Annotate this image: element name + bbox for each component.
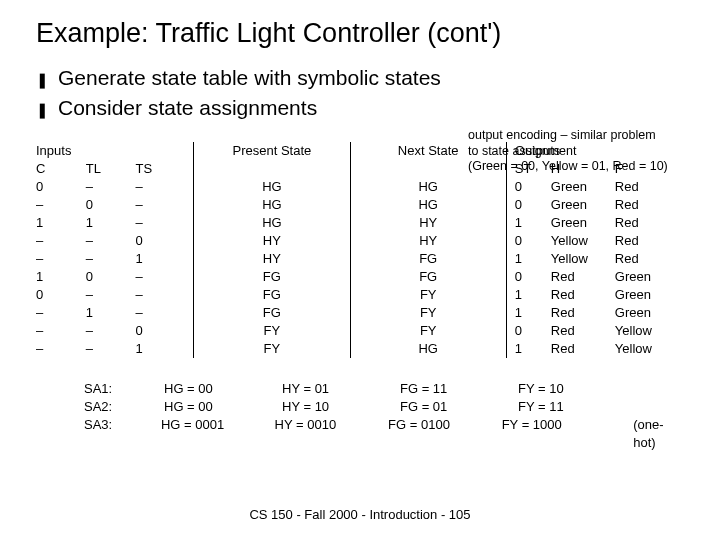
assignment-note: (one-hot) <box>615 416 684 434</box>
cell-st: 1 <box>515 340 551 358</box>
table-row: HG <box>202 196 341 214</box>
present-rows: HGHGHGHYHYFGFGFGFYFY <box>202 178 341 358</box>
cell-h: Red <box>551 340 615 358</box>
cell-tl: – <box>86 250 136 268</box>
cell-h: Green <box>551 214 615 232</box>
cell-h: Green <box>551 178 615 196</box>
table-row: FY <box>202 322 341 340</box>
assignment-row: SA2:HG = 00HY = 10FG = 01FY = 11 <box>36 398 684 416</box>
assignment-note <box>636 380 684 398</box>
cell-present-state: FG <box>202 268 341 286</box>
cell-st: 1 <box>515 304 551 322</box>
note-line: to state assignment <box>468 144 678 160</box>
cell-f: Yellow <box>615 322 679 340</box>
assignment-fy: FY = 10 <box>518 380 636 398</box>
col-inputs: Inputs C TL TS 0–––0–11–––0––110–0–––1––… <box>36 142 185 358</box>
spacer <box>202 160 341 178</box>
assignment-fg: FG = 01 <box>400 398 518 416</box>
hdr-tl: TL <box>86 160 136 178</box>
cell-next-state: HG <box>359 340 498 358</box>
divider <box>193 142 194 358</box>
cell-f: Green <box>615 286 679 304</box>
cell-c: – <box>36 250 86 268</box>
bullet-icon: ❚ <box>36 99 58 121</box>
cell-f: Red <box>615 232 679 250</box>
table-row: –1– <box>36 304 185 322</box>
table-row: 1RedGreen <box>515 304 684 322</box>
bullet-list: ❚ Generate state table with symbolic sta… <box>36 63 684 124</box>
cell-c: – <box>36 304 86 322</box>
cell-st: 0 <box>515 232 551 250</box>
cell-f: Red <box>615 196 679 214</box>
assignment-fg: FG = 11 <box>400 380 518 398</box>
cell-present-state: FY <box>202 340 341 358</box>
table-row: 1GreenRed <box>515 214 684 232</box>
cell-c: – <box>36 232 86 250</box>
slide-title: Example: Traffic Light Controller (cont'… <box>36 18 684 49</box>
cell-present-state: HG <box>202 178 341 196</box>
table-row: HG <box>359 178 498 196</box>
table-row: HY <box>202 232 341 250</box>
cell-tl: 0 <box>86 268 136 286</box>
cell-st: 0 <box>515 268 551 286</box>
slide-footer: CS 150 - Fall 2000 - Introduction - 105 <box>0 507 720 522</box>
table-row: ––1 <box>36 250 185 268</box>
assignment-hg: HG = 00 <box>164 398 282 416</box>
cell-present-state: HY <box>202 250 341 268</box>
cell-ts: – <box>136 214 186 232</box>
assignment-hy: HY = 0010 <box>275 416 389 434</box>
table-row: HY <box>202 250 341 268</box>
table-row: 0–– <box>36 178 185 196</box>
assignment-hy: HY = 01 <box>282 380 400 398</box>
inputs-headers: C TL TS <box>36 160 185 178</box>
table-row: 0–– <box>36 286 185 304</box>
assignment-row: SA1:HG = 00HY = 01FG = 11FY = 10 <box>36 380 684 398</box>
assignment-note <box>636 398 684 416</box>
assignment-fy: FY = 11 <box>518 398 636 416</box>
table-row: FG <box>202 286 341 304</box>
assignment-label: SA1: <box>36 380 164 398</box>
cell-c: – <box>36 340 86 358</box>
cell-st: 0 <box>515 196 551 214</box>
table-row: FY <box>359 304 498 322</box>
table-row: 1YellowRed <box>515 250 684 268</box>
cell-present-state: HY <box>202 232 341 250</box>
cell-ts: – <box>136 304 186 322</box>
cell-tl: 1 <box>86 304 136 322</box>
assignment-hy: HY = 10 <box>282 398 400 416</box>
cell-next-state: FY <box>359 304 498 322</box>
table-row: ––0 <box>36 232 185 250</box>
present-state-header: Present State <box>202 142 341 160</box>
assignment-label: SA3: <box>36 416 161 434</box>
state-assignments: SA1:HG = 00HY = 01FG = 11FY = 10SA2:HG =… <box>36 380 684 434</box>
assignment-fy: FY = 1000 <box>502 416 616 434</box>
cell-next-state: FG <box>359 250 498 268</box>
inputs-super-header: Inputs <box>36 142 185 160</box>
hdr-ts: TS <box>136 160 186 178</box>
cell-present-state: HG <box>202 196 341 214</box>
bullet-text: Consider state assignments <box>58 93 684 123</box>
cell-next-state: FY <box>359 286 498 304</box>
inputs-rows: 0–––0–11–––0––110–0–––1–––0––1 <box>36 178 185 358</box>
table-row: HG <box>202 178 341 196</box>
divider <box>350 142 351 358</box>
note-line: (Green = 00, Yellow = 01, Red = 10) <box>468 159 678 175</box>
cell-present-state: FG <box>202 304 341 322</box>
cell-st: 1 <box>515 214 551 232</box>
cell-h: Red <box>551 286 615 304</box>
table-row: 0YellowRed <box>515 232 684 250</box>
bullet-icon: ❚ <box>36 69 58 91</box>
table-row: FY <box>202 340 341 358</box>
table-row: ––0 <box>36 322 185 340</box>
cell-c: – <box>36 322 86 340</box>
cell-st: 0 <box>515 322 551 340</box>
cell-next-state: HY <box>359 214 498 232</box>
table-row: ––1 <box>36 340 185 358</box>
cell-h: Red <box>551 304 615 322</box>
cell-h: Red <box>551 322 615 340</box>
table-row: 0GreenRed <box>515 196 684 214</box>
table-row: 11– <box>36 214 185 232</box>
cell-ts: – <box>136 196 186 214</box>
table-row: FG <box>359 268 498 286</box>
table-row: HG <box>202 214 341 232</box>
